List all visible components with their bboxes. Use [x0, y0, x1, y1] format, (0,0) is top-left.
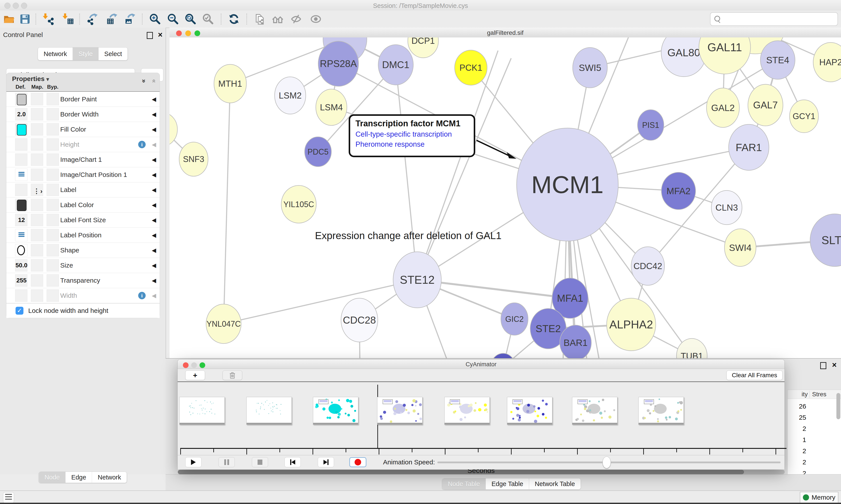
cyanimator-titlebar[interactable]: CyAnimator — [178, 360, 785, 369]
edge[interactable] — [223, 280, 417, 324]
edge[interactable] — [417, 58, 511, 280]
node-gcy1[interactable]: GCY1 — [789, 100, 819, 133]
mapping-cell[interactable] — [31, 199, 43, 211]
property-row-transparency[interactable]: 255Transparency◀ — [6, 273, 160, 288]
node-hap2[interactable]: HAP2 — [813, 42, 841, 82]
lock-checkbox[interactable]: ✓ — [16, 307, 23, 314]
table-cell[interactable]: 2 — [788, 447, 806, 455]
play-button[interactable] — [185, 457, 201, 467]
delete-frame-button[interactable] — [222, 371, 242, 380]
mapping-cell[interactable] — [31, 244, 43, 256]
bypass-cell[interactable] — [47, 289, 59, 302]
mapping-cell[interactable] — [31, 138, 43, 151]
column-centrality[interactable]: ity — [788, 390, 808, 399]
property-row-width[interactable]: Widthi◀ — [6, 288, 160, 303]
expand-row-icon[interactable]: ◀ — [152, 167, 156, 182]
expand-row-icon[interactable]: ◀ — [152, 107, 156, 122]
property-row-height[interactable]: Heighti◀ — [6, 137, 160, 152]
table-cell[interactable]: 25 — [788, 414, 806, 421]
bypass-cell[interactable] — [47, 108, 59, 121]
property-row-label[interactable]: ⋮›Label◀ — [6, 182, 160, 197]
default-value-cell[interactable] — [15, 168, 28, 181]
default-value-cell[interactable] — [15, 289, 28, 302]
property-row-label-position[interactable]: Label Position◀ — [6, 228, 160, 243]
node-lsm4[interactable]: LSM4 — [316, 89, 347, 125]
show-all-icon[interactable] — [310, 13, 322, 25]
info-icon[interactable]: i — [138, 292, 146, 299]
bypass-cell[interactable] — [47, 214, 59, 226]
default-value-cell[interactable] — [15, 199, 28, 211]
speed-slider-handle[interactable] — [603, 456, 611, 468]
node-cdc28[interactable]: CDC28 — [341, 298, 378, 342]
tab-edge[interactable]: Edge — [66, 472, 92, 483]
annotation-box[interactable]: Transcription factor MCM1 Cell-type-spec… — [349, 114, 475, 157]
frame-thumbnail-2[interactable] — [313, 397, 358, 425]
table-cell[interactable]: 2 — [788, 425, 806, 432]
tab-node-table[interactable]: Node Table — [442, 479, 486, 489]
refresh-view-icon[interactable] — [228, 13, 240, 25]
node-slt2[interactable]: SLT2 — [810, 214, 841, 267]
node-dmc1[interactable]: DMC1 — [378, 45, 413, 85]
node-dcp1[interactable]: DCP1 — [408, 37, 439, 58]
control-panel-float-icon[interactable] — [147, 32, 153, 39]
bypass-cell[interactable] — [47, 93, 59, 105]
properties-header[interactable]: Properties ▾ » » — [6, 73, 160, 84]
node-snf3[interactable]: SNF3 — [179, 142, 208, 176]
clone-network-icon[interactable] — [254, 13, 266, 25]
node-sub1[interactable] — [491, 353, 515, 358]
expand-row-icon[interactable]: ◀ — [152, 137, 156, 152]
node-ynl047c[interactable]: YNL047C — [206, 304, 241, 343]
expand-row-icon[interactable]: ◀ — [152, 122, 156, 137]
bypass-cell[interactable] — [47, 184, 59, 196]
tab-network[interactable]: Network — [38, 48, 73, 60]
tab-style[interactable]: Style — [73, 48, 99, 60]
property-row-image-chart-position-1[interactable]: Image/Chart Position 1◀ — [6, 167, 160, 182]
bypass-cell[interactable] — [47, 229, 59, 241]
task-history-button[interactable] — [3, 492, 14, 503]
default-value-cell[interactable]: 50.0 — [15, 259, 28, 271]
clear-all-frames-button[interactable]: Clear All Frames — [727, 371, 783, 380]
node-pis1[interactable]: PIS1 — [638, 110, 664, 140]
default-value-cell[interactable] — [15, 244, 28, 256]
network-canvas[interactable]: DCP1GAL80GAL11RPS28ADMC1PCK1SWI5STE4HAP2… — [169, 37, 841, 358]
default-value-cell[interactable] — [15, 93, 28, 105]
bypass-cell[interactable] — [47, 274, 59, 287]
expand-row-icon[interactable]: ◀ — [152, 182, 156, 197]
record-button[interactable] — [349, 457, 366, 467]
table-cell[interactable]: 1 — [788, 436, 806, 444]
property-row-border-width[interactable]: 2.0Border Width◀ — [6, 107, 160, 122]
bypass-cell[interactable] — [47, 244, 59, 256]
annotation-link-2[interactable]: Pheromone response — [355, 140, 474, 148]
tab-node[interactable]: Node — [39, 472, 66, 483]
property-row-label-font-size[interactable]: 12Label Font Size◀ — [6, 213, 160, 228]
edge[interactable] — [223, 84, 230, 324]
zoom-out-icon[interactable] — [167, 13, 179, 25]
edge[interactable] — [417, 51, 498, 280]
property-row-border-paint[interactable]: Border Paint◀ — [6, 92, 160, 107]
expand-row-icon[interactable]: ◀ — [152, 258, 156, 273]
node-mfa2[interactable]: MFA2 — [661, 172, 696, 210]
frame-thumbnail-4[interactable] — [444, 397, 490, 425]
control-panel-close-icon[interactable]: × — [158, 30, 162, 39]
open-session-icon[interactable] — [3, 13, 15, 25]
frame-thumbnail-0[interactable] — [179, 397, 225, 425]
bypass-cell[interactable] — [47, 154, 59, 166]
default-value-cell[interactable]: 2.0 — [15, 108, 28, 121]
table-panel-close-icon[interactable]: × — [832, 360, 837, 370]
collapse-all-icon[interactable]: » — [148, 79, 159, 83]
expand-row-icon[interactable]: ◀ — [152, 273, 156, 288]
node-mcm1[interactable]: MCM1 — [517, 128, 618, 241]
skip-to-end-button[interactable] — [318, 457, 334, 467]
bypass-cell[interactable] — [47, 168, 59, 181]
edge[interactable] — [396, 65, 417, 280]
frame-thumbnail-3[interactable] — [377, 397, 423, 425]
column-stress[interactable]: Stres — [812, 390, 826, 399]
export-image-icon[interactable] — [124, 13, 136, 25]
node-far1[interactable]: FAR1 — [729, 124, 769, 170]
mapping-cell[interactable] — [31, 93, 43, 105]
node-lsm2[interactable]: LSM2 — [275, 77, 306, 114]
property-row-image-chart-1[interactable]: Image/Chart 1◀ — [6, 152, 160, 167]
property-row-shape[interactable]: Shape◀ — [6, 243, 160, 258]
tab-edge-table[interactable]: Edge Table — [486, 479, 529, 489]
default-value-cell[interactable] — [15, 123, 28, 136]
